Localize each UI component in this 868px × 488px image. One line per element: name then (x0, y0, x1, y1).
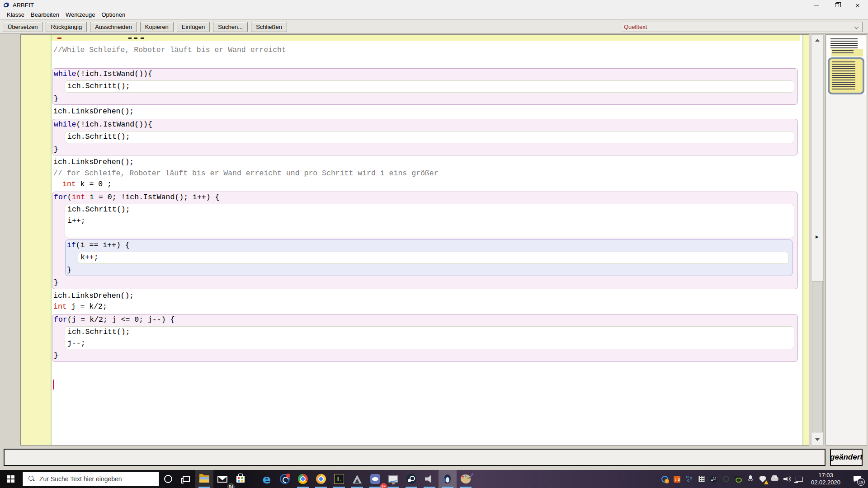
title-bar: ARBEIT × (0, 0, 868, 10)
block-header: while(!ich.IstWand()){ (52, 119, 797, 131)
discord-button[interactable]: 9+ (366, 470, 384, 488)
microphone-tray-button[interactable] (746, 475, 755, 483)
toolbar-button-einfügen[interactable]: Einfügen (177, 22, 210, 32)
scroll-up-button[interactable] (811, 35, 823, 46)
edge-button[interactable]: e (258, 470, 276, 488)
ark-icon (353, 475, 362, 483)
loop-block: for(int i = 0; !ich.IstWand(); i++) {ich… (52, 192, 798, 289)
toolbar-button-rückgängig[interactable]: Rückgängig (46, 22, 87, 32)
scroll-down-button[interactable] (811, 434, 823, 445)
window-title: ARBEIT (13, 2, 34, 9)
vertical-scrollbar[interactable]: ▶ (811, 34, 824, 446)
statement-box: ich.Schritt();j--; (65, 326, 794, 349)
chrome-canary-button[interactable] (312, 470, 330, 488)
modified-indicator: geändert (830, 449, 863, 466)
statement-box: k++; (78, 252, 789, 264)
code-line: ich.Schritt(); (65, 81, 794, 92)
editor-right-margin (802, 35, 809, 445)
ring-icon (723, 476, 729, 482)
volume-tray-button[interactable] (783, 475, 791, 483)
audio-app-button[interactable] (420, 470, 439, 488)
taskbar-clock[interactable]: 17:03 02.02.2020 (807, 472, 844, 486)
scrollbar-thumb[interactable] (812, 281, 823, 432)
ark-button[interactable] (348, 470, 366, 488)
block-close-brace: } (52, 144, 797, 155)
restore-button[interactable] (826, 0, 847, 10)
toolbar-button-suchen[interactable]: Suchen... (213, 22, 248, 32)
taskbar: Zur Suche Text hier eingeben 54 e L 9+ ! (0, 470, 868, 488)
block-close-brace: } (52, 350, 797, 361)
store-button[interactable] (231, 470, 250, 488)
java-editor-button[interactable] (439, 470, 457, 488)
league-of-legends-icon: L (334, 474, 344, 484)
code-editor[interactable]: //While Schleife, Roboter läuft bis er W… (52, 35, 800, 445)
steam-button[interactable] (402, 470, 420, 488)
editor-left-margin (21, 35, 52, 445)
steam-tray-icon (710, 476, 717, 483)
code-minimap[interactable] (826, 34, 867, 446)
chevron-down-icon (855, 25, 859, 29)
app-icon (3, 2, 10, 9)
statement-box: ich.Schritt(); (65, 80, 794, 93)
nvidia-tray-button[interactable] (734, 475, 742, 483)
minimap-viewport[interactable] (828, 57, 864, 94)
splitter-arrow-icon[interactable]: ▶ (816, 235, 819, 239)
java-editor-icon (443, 474, 453, 484)
block-body: k++; (78, 252, 789, 264)
close-button[interactable]: × (847, 0, 868, 10)
media-app-button[interactable] (276, 470, 294, 488)
task-view-button[interactable] (177, 470, 195, 488)
steam-tray-button[interactable] (710, 475, 718, 483)
clipped-code-line (52, 35, 800, 41)
code-line: ich.LinksDrehen(); (52, 157, 800, 168)
network-dots-icon (686, 475, 693, 483)
nvidia-icon (735, 476, 741, 483)
toolbar-button-ausschneiden[interactable]: Ausschneiden (90, 22, 137, 32)
block-header: for(int i = 0; !ich.IstWand(); i++) { (52, 192, 797, 203)
close-icon: × (856, 2, 860, 9)
toolbar-button-übersetzen[interactable]: Übersetzen (3, 22, 42, 32)
menu-item-bearbeiten[interactable]: Bearbeiten (28, 10, 62, 19)
taskbar-search-box[interactable]: Zur Suche Text hier eingeben (23, 472, 159, 486)
menu-item-klasse[interactable]: Klasse (4, 10, 28, 19)
cortana-icon (164, 475, 172, 483)
java-update-tray-button[interactable] (673, 475, 681, 483)
minimize-button[interactable] (806, 0, 826, 10)
text-caret (53, 380, 54, 389)
system-monitor-icon (388, 475, 398, 483)
code-line: ich.Schritt(); (65, 327, 794, 338)
steam-icon (406, 474, 416, 484)
search-placeholder: Zur Suche Text hier eingeben (39, 475, 122, 483)
menu-item-werkzeuge[interactable]: Werkzeuge (62, 10, 99, 19)
if-block: if(i == i++) {k++;} (65, 239, 793, 277)
file-explorer-button[interactable] (195, 470, 213, 488)
status-message-box (4, 449, 826, 466)
onedrive-tray-button[interactable] (771, 475, 779, 483)
loop-block: while(!ich.IstWand()){ich.Schritt();} (52, 68, 798, 105)
block-header: for(j = k/2; j <= 0; j--) { (52, 314, 797, 326)
statement-box: ich.Schritt();i++; (65, 204, 794, 238)
start-button[interactable] (0, 470, 22, 488)
defender-tray-button[interactable] (759, 475, 767, 483)
chrome-button[interactable] (294, 470, 312, 488)
network-tray-button[interactable] (795, 475, 803, 483)
connectivity-tray-button[interactable] (685, 475, 693, 483)
toolbar-button-schließen[interactable]: Schließen (251, 22, 287, 32)
system-monitor-button[interactable] (384, 470, 402, 488)
league-of-legends-button[interactable]: L (330, 470, 348, 488)
block-close-brace: } (66, 265, 792, 276)
action-center-button[interactable]: 19 (848, 470, 866, 488)
clock-date: 02.02.2020 (811, 479, 840, 486)
grid-app-tray-button[interactable] (698, 475, 706, 483)
toolbar-button-kopieren[interactable]: Kopieren (140, 22, 174, 32)
mail-button[interactable]: 54 (213, 470, 231, 488)
assistant-tray-button[interactable]: ! (661, 475, 669, 483)
ring-app-tray-button[interactable] (722, 475, 730, 483)
view-select-dropdown[interactable]: Quelltext (621, 22, 863, 32)
menu-item-optionen[interactable]: Optionen (98, 10, 128, 19)
cortana-button[interactable] (159, 470, 177, 488)
volume-icon (783, 476, 791, 482)
paint-button[interactable] (457, 470, 475, 488)
arrow-down-icon (815, 438, 820, 441)
media-app-icon (280, 474, 290, 484)
